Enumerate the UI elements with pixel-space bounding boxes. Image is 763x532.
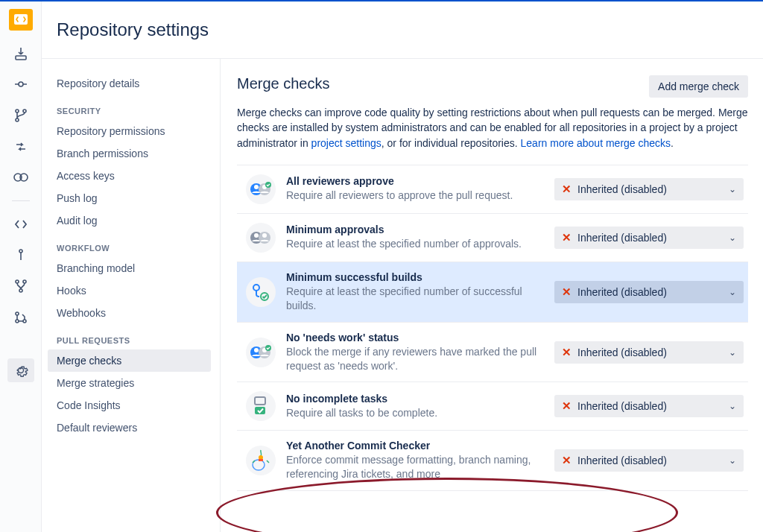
svg-point-24 <box>253 285 259 291</box>
check-title: All reviewers approve <box>286 175 545 187</box>
svg-point-16 <box>254 185 259 189</box>
status-label: Inherited (disabled) <box>577 455 667 466</box>
nav-divider <box>12 200 30 201</box>
nav-access-keys[interactable]: Access keys <box>48 165 211 187</box>
nav-code-insights[interactable]: Code Insights <box>48 394 211 417</box>
svg-point-9 <box>16 280 19 283</box>
repo-settings-icon[interactable] <box>7 358 34 383</box>
check-description: Require at least the specified number of… <box>286 237 545 251</box>
status-x-icon: ✕ <box>562 399 572 413</box>
section-workflow: WORKFLOW <box>48 232 220 257</box>
svg-rect-35 <box>259 459 263 461</box>
check-status-select[interactable]: ✕ Inherited (disabled) ⌄ <box>554 178 744 200</box>
merge-check-row: All reviewers approve Require all review… <box>237 165 748 214</box>
check-status-select[interactable]: ✕ Inherited (disabled) ⌄ <box>554 341 744 364</box>
branches-icon[interactable] <box>12 107 30 124</box>
nav-branching-model[interactable]: Branching model <box>48 257 211 279</box>
nav-merge-strategies[interactable]: Merge strategies <box>48 372 211 394</box>
nav-push-log[interactable]: Push log <box>48 187 211 209</box>
check-icon <box>246 223 276 253</box>
check-icon <box>246 277 276 307</box>
check-icon <box>246 174 276 204</box>
merge-check-row: No incomplete tasks Require all tasks to… <box>237 381 748 431</box>
merge-check-row: Minimum successful builds Require at lea… <box>237 262 748 323</box>
check-icon <box>246 391 276 421</box>
settings-nav: Repository details SECURITY Repository p… <box>42 59 221 532</box>
global-sidebar <box>0 1 42 532</box>
section-security: SECURITY <box>48 95 220 120</box>
merge-checks-description: Merge checks can improve code quality by… <box>237 105 748 151</box>
chevron-down-icon: ⌄ <box>729 232 736 243</box>
nav-branch-permissions[interactable]: Branch permissions <box>48 142 211 165</box>
chevron-down-icon: ⌄ <box>729 455 736 466</box>
nav-repo-details[interactable]: Repository details <box>48 72 211 95</box>
svg-point-13 <box>16 320 19 323</box>
chevron-down-icon: ⌄ <box>729 287 736 297</box>
check-status-select[interactable]: ✕ Inherited (disabled) ⌄ <box>554 281 744 303</box>
svg-rect-32 <box>255 407 265 414</box>
svg-point-5 <box>23 110 26 113</box>
check-description: Require all tasks to be complete. <box>286 406 545 420</box>
chevron-down-icon: ⌄ <box>729 401 736 411</box>
source-icon[interactable] <box>12 216 30 232</box>
nav-merge-checks[interactable]: Merge checks <box>48 349 211 372</box>
status-x-icon: ✕ <box>562 346 572 359</box>
add-merge-check-button[interactable]: Add merge check <box>649 75 748 98</box>
svg-rect-31 <box>255 397 265 405</box>
svg-point-8 <box>19 250 22 253</box>
status-label: Inherited (disabled) <box>577 346 667 358</box>
project-settings-link[interactable]: project settings <box>311 137 382 149</box>
commits-icon[interactable] <box>12 77 30 93</box>
page-title: Repository settings <box>57 19 763 40</box>
nav-default-reviewers[interactable]: Default reviewers <box>48 417 211 439</box>
svg-point-12 <box>16 312 19 315</box>
check-description: Enforce commit message formatting, branc… <box>286 453 545 481</box>
svg-point-27 <box>254 348 259 352</box>
check-status-select[interactable]: ✕ Inherited (disabled) ⌄ <box>554 395 744 417</box>
svg-point-21 <box>254 233 259 238</box>
clone-icon[interactable] <box>12 45 30 62</box>
builds-icon[interactable] <box>12 279 30 295</box>
main-title: Merge checks <box>237 75 330 92</box>
check-title: Yet Another Commit Checker <box>286 440 545 452</box>
nav-hooks[interactable]: Hooks <box>48 279 211 302</box>
check-status-select[interactable]: ✕ Inherited (disabled) ⌄ <box>554 449 744 472</box>
nav-repo-permissions[interactable]: Repository permissions <box>48 120 211 142</box>
main-panel: Merge checks Add merge check Merge check… <box>221 59 763 532</box>
pull-requests-icon[interactable] <box>12 170 30 186</box>
chevron-down-icon: ⌄ <box>729 347 736 358</box>
page-header: Repository settings <box>42 1 763 59</box>
app-logo[interactable] <box>9 9 33 31</box>
svg-point-23 <box>262 233 267 238</box>
section-pull-requests: PULL REQUESTS <box>48 324 220 349</box>
check-title: No 'needs work' status <box>286 332 545 343</box>
chevron-down-icon: ⌄ <box>729 184 736 194</box>
check-description: Require at least the specified number of… <box>286 285 545 313</box>
check-title: Minimum successful builds <box>286 271 545 283</box>
svg-point-3 <box>16 110 19 113</box>
status-label: Inherited (disabled) <box>577 232 667 244</box>
check-description: Block the merge if any reviewers have ma… <box>286 345 545 373</box>
status-label: Inherited (disabled) <box>577 400 667 412</box>
check-status-select[interactable]: ✕ Inherited (disabled) ⌄ <box>554 227 744 249</box>
status-label: Inherited (disabled) <box>577 286 667 298</box>
nav-audit-log[interactable]: Audit log <box>48 209 211 232</box>
check-icon <box>246 338 276 367</box>
merge-check-list: All reviewers approve Require all review… <box>237 165 748 491</box>
svg-point-4 <box>16 118 19 121</box>
svg-point-11 <box>19 289 22 292</box>
svg-point-2 <box>19 82 23 86</box>
learn-more-link[interactable]: Learn more about merge checks <box>521 137 671 149</box>
status-x-icon: ✕ <box>562 285 572 299</box>
fork-icon[interactable] <box>12 247 30 264</box>
status-x-icon: ✕ <box>562 454 572 467</box>
check-title: Minimum approvals <box>286 224 545 235</box>
nav-webhooks[interactable]: Webhooks <box>48 302 211 324</box>
check-icon <box>246 446 276 475</box>
compare-icon[interactable] <box>12 139 30 155</box>
check-description: Require all reviewers to approve the pul… <box>286 189 545 203</box>
status-x-icon: ✕ <box>562 183 572 196</box>
status-x-icon: ✕ <box>562 231 572 244</box>
svg-rect-1 <box>16 56 26 60</box>
forks-icon[interactable] <box>12 309 30 326</box>
